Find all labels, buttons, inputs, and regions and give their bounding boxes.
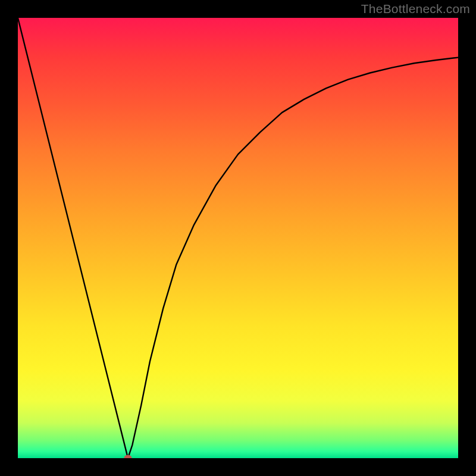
frame-bottom — [0, 458, 476, 476]
watermark-text: TheBottleneck.com — [361, 2, 470, 16]
plot-area — [18, 18, 458, 458]
frame-right — [458, 0, 476, 476]
bottleneck-curve — [18, 18, 458, 458]
frame-left — [0, 0, 18, 476]
